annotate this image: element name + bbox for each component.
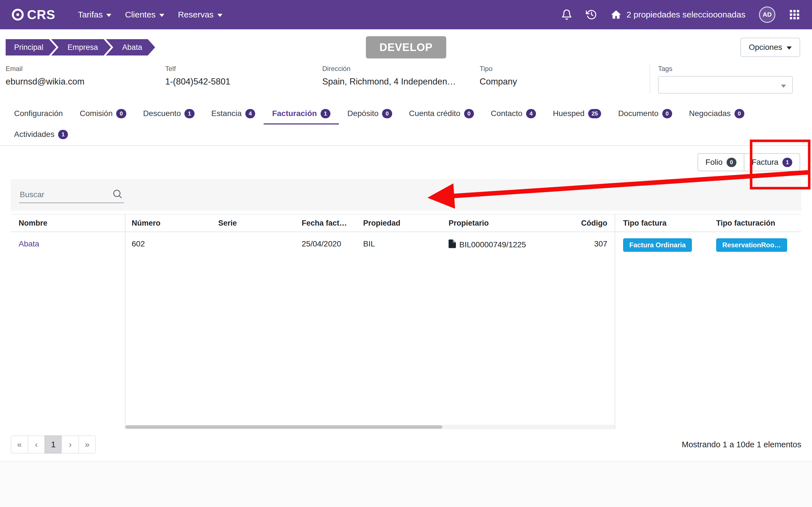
tab-count-badge: 4 <box>245 109 255 118</box>
tab-actividades[interactable]: Actividades 1 <box>6 124 77 145</box>
column-header-tipo-facturacion: Tipo facturación <box>716 219 801 228</box>
tab-label: Actividades <box>14 130 54 139</box>
main-menu: Tarifas Clientes Reservas <box>71 0 229 29</box>
pagination-prev-button[interactable]: ‹ <box>28 436 45 453</box>
tab-deposito[interactable]: Depósito 0 <box>339 104 401 124</box>
tab-count-badge: 0 <box>382 109 392 118</box>
home-icon <box>611 9 621 20</box>
row-nombre-link[interactable]: Abata <box>18 239 39 248</box>
row-propietario: BIL00000749/1225 <box>449 239 569 250</box>
phone-label: Telf <box>165 65 322 73</box>
breadcrumb-item-abata[interactable]: Abata <box>106 39 155 55</box>
pagination-next-button[interactable]: › <box>61 436 79 453</box>
company-info: Email eburnsd@wikia.com Telf 1-(804)542-… <box>0 65 812 94</box>
options-button-label: Opciones <box>749 43 782 52</box>
pagination: « ‹ 1 › » <box>11 436 96 453</box>
tab-count-badge: 0 <box>464 109 474 118</box>
selected-properties-label: 2 propiedades selecciooonadas <box>626 10 746 19</box>
folio-subtab-button[interactable]: Folio 0 <box>698 153 744 171</box>
tab-facturacion[interactable]: Facturación 1 <box>264 104 339 124</box>
folio-label: Folio <box>705 158 723 167</box>
chevron-down-icon <box>217 14 222 17</box>
avatar-initials: AD <box>763 11 772 18</box>
tab-label: Comisión <box>80 109 113 118</box>
tipo-factura-badge: Factura Ordinaria <box>623 238 692 252</box>
tab-count-badge: 0 <box>662 109 672 118</box>
type-value: Company <box>479 76 650 87</box>
tab-label: Huesped <box>553 109 585 118</box>
address-value: Spain, Richmond, 4 Independen… <box>322 76 479 87</box>
tab-estancia[interactable]: Estancia 4 <box>203 104 264 124</box>
menu-tarifas[interactable]: Tarifas <box>71 0 118 29</box>
tab-label: Descuento <box>143 109 181 118</box>
factura-count-badge: 1 <box>782 158 792 167</box>
search-input[interactable] <box>19 187 124 203</box>
brand-text: CRS <box>27 7 55 22</box>
horizontal-scrollbar-thumb[interactable] <box>125 425 442 429</box>
chevron-down-icon <box>781 85 786 88</box>
entity-tabs: Configuración Comisión 0 Descuento 1 Est… <box>0 104 812 146</box>
selected-properties[interactable]: 2 propiedades selecciooonadas <box>611 9 746 20</box>
pagination-page-1-button[interactable]: 1 <box>45 436 62 453</box>
chevron-down-icon <box>106 14 111 17</box>
breadcrumb: Principal Empresa Abata <box>6 39 155 55</box>
search-bar <box>11 179 801 211</box>
row-fecha-factura: 25/04/2020 <box>302 239 363 248</box>
tags-select[interactable] <box>658 76 793 94</box>
row-propietario-text: BIL00000749/1225 <box>459 240 526 249</box>
tab-contacto[interactable]: Contacto 4 <box>483 104 545 124</box>
menu-clientes-label: Clientes <box>125 10 155 19</box>
tab-cuenta-credito[interactable]: Cuenta crédito 0 <box>401 104 483 124</box>
menu-reservas-label: Reservas <box>178 10 214 19</box>
folio-count-badge: 0 <box>726 158 737 167</box>
options-button[interactable]: Opciones <box>741 38 800 57</box>
row-codigo: 307 <box>569 239 615 248</box>
tab-descuento[interactable]: Descuento 1 <box>135 104 203 124</box>
chevron-down-icon <box>159 14 164 17</box>
avatar[interactable]: AD <box>759 6 775 23</box>
factura-label: Factura <box>752 158 778 167</box>
tab-label: Contacto <box>491 109 522 118</box>
tab-count-badge: 0 <box>116 109 126 118</box>
column-header-nombre: Nombre <box>18 219 47 228</box>
tab-negociadas[interactable]: Negociadas 0 <box>680 104 753 124</box>
row-propiedad: BIL <box>363 239 449 248</box>
column-header-numero: Número <box>132 219 218 228</box>
tab-count-badge: 1 <box>58 130 68 139</box>
search-icon[interactable] <box>112 189 122 200</box>
tab-label: Negociadas <box>689 109 731 118</box>
tab-label: Configuración <box>14 109 63 118</box>
pagination-first-button[interactable]: « <box>11 436 28 453</box>
breadcrumb-item-principal[interactable]: Principal <box>6 39 56 55</box>
tab-comision[interactable]: Comisión 0 <box>71 104 135 124</box>
breadcrumb-label: Principal <box>14 43 43 52</box>
tab-count-badge: 1 <box>185 109 194 118</box>
column-header-codigo: Código <box>569 219 615 228</box>
type-label: Tipo <box>479 65 650 73</box>
tab-label: Estancia <box>211 109 242 118</box>
menu-clientes[interactable]: Clientes <box>118 0 171 29</box>
apps-grid-icon[interactable] <box>789 9 800 20</box>
tab-huesped[interactable]: Huesped 25 <box>545 104 610 124</box>
pagination-last-button[interactable]: » <box>79 436 96 453</box>
breadcrumb-label: Abata <box>122 43 142 52</box>
address-label: Dirección <box>322 65 479 73</box>
tab-configuracion[interactable]: Configuración <box>6 104 71 124</box>
results-summary: Mostrando 1 a 10de 1 elementos <box>682 440 801 449</box>
column-header-tipo-factura: Tipo factura <box>623 219 716 228</box>
breadcrumb-item-empresa[interactable]: Empresa <box>51 39 111 55</box>
history-icon[interactable] <box>586 9 597 20</box>
top-navbar: CRS Tarifas Clientes Reservas <box>0 0 812 29</box>
column-header-propiedad: Propiedad <box>363 219 449 228</box>
factura-subtab-button[interactable]: Factura 1 <box>744 153 800 171</box>
crs-logo-icon <box>12 9 24 20</box>
row-numero: 602 <box>132 239 218 248</box>
tab-label: Depósito <box>347 109 378 118</box>
document-file-icon <box>449 239 456 250</box>
horizontal-scrollbar <box>125 425 615 429</box>
notifications-bell-icon[interactable] <box>561 9 572 20</box>
crs-logo[interactable]: CRS <box>12 7 55 22</box>
tab-documento[interactable]: Documento 0 <box>610 104 680 124</box>
breadcrumb-label: Empresa <box>68 43 98 52</box>
menu-reservas[interactable]: Reservas <box>171 0 229 29</box>
